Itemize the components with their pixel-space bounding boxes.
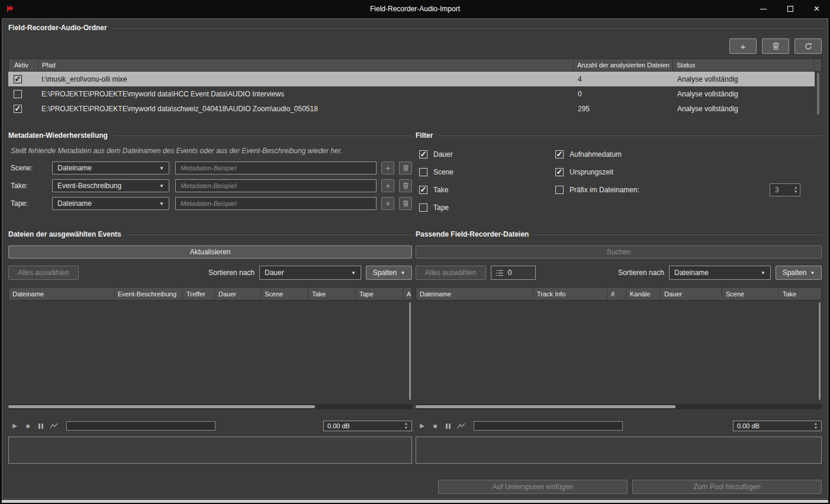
spinner-arrows[interactable]: ▲ ▼ <box>404 422 408 430</box>
events-sort-label: Sortieren nach <box>208 269 255 277</box>
events-sort-dropdown[interactable]: Dauer ▼ <box>259 266 361 280</box>
events-columns-button[interactable]: Spalten ▼ <box>366 266 412 280</box>
rescan-folders-button[interactable] <box>794 38 822 54</box>
plus-icon: + <box>385 199 390 208</box>
events-audition-button[interactable] <box>47 421 60 431</box>
maximize-button[interactable] <box>777 0 803 18</box>
scene-delete-button[interactable] <box>399 161 412 175</box>
take-add-button[interactable]: + <box>381 179 394 192</box>
application-window: Field-Recorder-Audio-Import × Field-Reco… <box>0 0 830 504</box>
scene-source-dropdown[interactable]: Dateiname ▼ <box>52 161 169 175</box>
column-header[interactable]: Scene <box>261 287 308 300</box>
column-header-count[interactable]: Anzahl der analysierten Dateien <box>574 59 673 71</box>
recorder-table-body <box>416 301 822 402</box>
scene-example-input[interactable] <box>175 161 377 175</box>
add-to-pool-button[interactable]: Zum Pool hinzufügen <box>632 480 822 494</box>
minimize-button[interactable] <box>750 0 777 18</box>
column-header[interactable]: Treffer <box>183 287 215 300</box>
events-stop-button[interactable]: ■ <box>21 421 34 431</box>
scene-metadata-row: Scene: Dateiname ▼ + <box>8 161 412 175</box>
column-header[interactable]: Track Info <box>533 287 607 300</box>
events-volume-spinner[interactable]: 0.00 dB ▲ ▼ <box>323 421 412 431</box>
column-header-pfad[interactable]: Pfad <box>38 59 574 71</box>
events-vertical-scrollbar[interactable] <box>409 302 411 400</box>
folders-toolbar: + <box>8 38 822 54</box>
event-list-icon <box>496 270 503 276</box>
column-header[interactable]: # <box>607 287 626 300</box>
filter-praefix-checkbox[interactable] <box>555 186 564 194</box>
spinner-arrows[interactable]: ▲ ▼ <box>814 422 818 430</box>
add-folder-button[interactable]: + <box>729 38 757 54</box>
spin-down-icon: ▼ <box>404 426 408 430</box>
aktualisieren-button[interactable]: Aktualisieren <box>8 245 412 259</box>
column-header[interactable]: Event-Beschreibung <box>114 287 183 300</box>
column-header[interactable]: Dateiname <box>9 287 114 300</box>
suchen-button[interactable]: Suchen <box>416 245 822 259</box>
recorder-seek-bar[interactable] <box>474 421 623 431</box>
recorder-transport: ▶ ■ 0.00 dB ▲ ▼ <box>416 420 822 432</box>
events-select-all-button[interactable]: Alles auswählen <box>8 266 79 280</box>
play-icon: ▶ <box>420 423 424 429</box>
take-delete-button[interactable] <box>399 179 412 192</box>
folder-active-checkbox[interactable] <box>14 75 22 83</box>
tape-example-input[interactable] <box>175 197 377 210</box>
events-pause-button[interactable] <box>34 421 47 431</box>
events-seek-bar[interactable] <box>66 421 215 431</box>
events-play-button[interactable]: ▶ <box>8 421 21 431</box>
insert-subtracks-button[interactable]: Auf Unterspuren einfügen <box>438 480 628 494</box>
filter-tape-checkbox[interactable] <box>419 203 427 212</box>
recorder-audition-button[interactable] <box>455 421 468 431</box>
selected-count-box[interactable]: 0 <box>491 266 536 280</box>
titlebar: Field-Recorder-Audio-Import × <box>0 0 830 18</box>
recorder-volume-spinner[interactable]: 0.00 dB ▲ ▼ <box>733 421 822 431</box>
recorder-vertical-scrollbar[interactable] <box>819 302 821 400</box>
filter-scene-checkbox[interactable] <box>419 168 427 176</box>
recorder-sort-dropdown[interactable]: Dateiname ▼ <box>669 266 771 280</box>
take-label: Take: <box>8 182 52 190</box>
folder-active-checkbox[interactable] <box>14 105 22 113</box>
recorder-play-button[interactable]: ▶ <box>416 421 429 431</box>
take-source-dropdown[interactable]: Event-Beschreibung ▼ <box>52 179 169 192</box>
tape-metadata-row: Tape: Dateiname ▼ + <box>8 197 412 210</box>
column-header[interactable]: Tape <box>356 287 403 300</box>
column-header[interactable]: Dauer <box>215 287 261 300</box>
tape-source-dropdown[interactable]: Dateiname ▼ <box>52 197 169 210</box>
folder-active-checkbox[interactable] <box>14 90 22 98</box>
filter-dauer-checkbox[interactable] <box>419 150 427 159</box>
filter-aufnahmedatum-checkbox[interactable] <box>555 150 564 159</box>
events-horizontal-scrollbar[interactable] <box>8 404 412 409</box>
folders-table-body: I:\musik_erol\vonu-olli mixe 4 Analyse v… <box>8 72 822 116</box>
folder-row[interactable]: E:\PROJEKTE\PROJEKTE\myworld data\HCC Ev… <box>8 86 815 101</box>
take-example-input[interactable] <box>175 179 377 192</box>
column-header[interactable]: A <box>403 287 411 300</box>
column-header[interactable]: Scene <box>722 287 779 300</box>
recorder-stop-button[interactable]: ■ <box>429 421 442 431</box>
filter-take-checkbox[interactable] <box>419 186 427 194</box>
filter-ursprungszeit-checkbox[interactable] <box>555 168 564 176</box>
recorder-horizontal-scrollbar[interactable] <box>416 404 822 409</box>
column-header[interactable]: Kanäle <box>626 287 661 300</box>
folder-row[interactable]: I:\musik_erol\vonu-olli mixe 4 Analyse v… <box>8 72 815 86</box>
column-header-status[interactable]: Status <box>673 59 814 71</box>
column-header[interactable]: Dauer <box>661 287 722 300</box>
scene-add-button[interactable]: + <box>381 161 394 175</box>
column-header[interactable]: Take <box>308 287 356 300</box>
tape-add-button[interactable]: + <box>381 197 394 210</box>
remove-folder-button[interactable] <box>762 38 789 54</box>
window-bottom-edge <box>2 500 828 503</box>
folder-row[interactable]: E:\PROJEKTE\PROJEKTE\myworld data\schwei… <box>8 101 815 116</box>
recorder-select-all-button[interactable]: Alles auswählen <box>416 266 486 280</box>
column-header[interactable]: Take <box>779 287 821 300</box>
column-header[interactable]: Dateiname <box>416 287 533 300</box>
folders-vertical-scrollbar[interactable] <box>817 73 819 115</box>
filter-section: Filter Dauer Scene <box>416 129 822 215</box>
close-button[interactable]: × <box>803 0 830 18</box>
section-title-filter: Filter <box>416 131 433 140</box>
tape-delete-button[interactable] <box>399 197 412 210</box>
recorder-pause-button[interactable] <box>442 421 455 431</box>
stop-icon: ■ <box>26 423 30 429</box>
column-header-aktiv[interactable]: Aktiv <box>9 59 38 71</box>
prefix-length-spinner[interactable]: 3 ▲ ▼ <box>770 183 800 196</box>
recorder-columns-button[interactable]: Spalten ▼ <box>776 266 822 280</box>
spinner-arrows[interactable]: ▲ ▼ <box>794 186 797 194</box>
